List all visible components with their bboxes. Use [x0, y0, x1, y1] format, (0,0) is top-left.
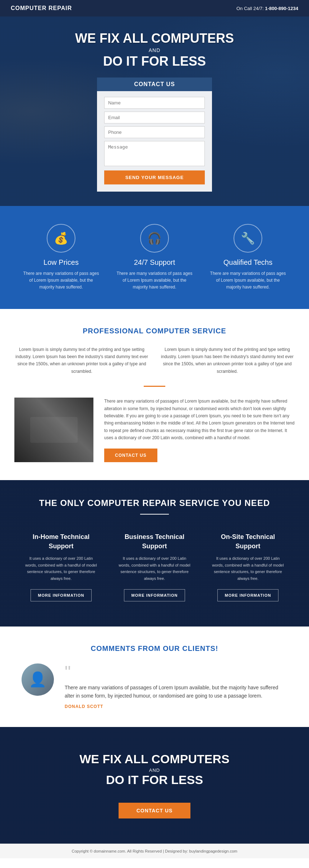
feature-title-2: Qualified Techs	[208, 258, 287, 267]
site-logo: COMPUTER REPAIR	[11, 5, 72, 11]
tech-icon: 🔧	[234, 224, 262, 253]
feature-desc-1: There are many variations of pass ages o…	[115, 270, 194, 291]
feature-desc-2: There are many variations of pass ages o…	[208, 270, 287, 291]
support-desc-0: It uses a dictionary of over 200 Latin w…	[25, 555, 97, 582]
feature-title-0: Low Prices	[22, 258, 101, 267]
pro-service-title: PROFESSIONAL COMPUTER SERVICE	[14, 327, 295, 335]
feature-low-prices: 💰 Low Prices There are many variations o…	[14, 224, 108, 291]
quote-mark: "	[65, 663, 287, 681]
feature-support: 🎧 24/7 Support There are many variations…	[108, 224, 201, 291]
name-input[interactable]	[104, 97, 205, 109]
hero-content: WE FIX ALL COMPUTERS AND DO IT FOR LESS …	[75, 31, 234, 192]
hero-title-line2: DO IT FOR LESS	[75, 54, 234, 69]
col2-text: Lorem Ipsum is simply dummy text of the …	[160, 346, 295, 375]
dark-divider	[140, 514, 169, 515]
phone-input[interactable]	[104, 126, 205, 138]
quote-text: There are many variations of passages of…	[65, 684, 287, 701]
money-icon: 💰	[47, 224, 75, 253]
more-info-button-1[interactable]: MORE INFORMATION	[124, 589, 185, 601]
service-body: There are many variations of passages of…	[104, 398, 295, 441]
contact-form-box: CONTACT US SEND YOUR MESSAGE	[97, 78, 212, 192]
support-item-0: In-Home Technical Support It uses a dict…	[14, 525, 108, 608]
send-button[interactable]: SEND YOUR MESSAGE	[104, 170, 205, 184]
support-title-1: Business Technical Support	[119, 532, 190, 550]
email-input[interactable]	[104, 112, 205, 123]
features-section: 💰 Low Prices There are many variations o…	[0, 206, 309, 309]
testimonials-title: COMMENTS FROM OUR CLIENTS!	[22, 644, 287, 653]
feature-techs: 🔧 Qualified Techs There are many variati…	[201, 224, 295, 291]
support-title-0: In-Home Technical Support	[25, 532, 97, 550]
more-info-button-2[interactable]: MORE INFORMATION	[217, 589, 279, 601]
feature-title-1: 24/7 Support	[115, 258, 194, 267]
message-input[interactable]	[104, 141, 205, 166]
testimonial-box: 👤 " There are many variations of passage…	[22, 663, 287, 709]
phone-number: 1-800-890-1234	[265, 6, 298, 11]
footer-text: Copyright © domainname.com. All Rights R…	[72, 849, 237, 853]
headset-icon: 🎧	[140, 224, 169, 253]
two-col-intro: Lorem Ipsum is simply dummy text of the …	[14, 346, 295, 375]
footer-hero-section: WE FIX ALL COMPUTERS AND DO IT FOR LESS …	[0, 727, 309, 844]
service-image	[14, 398, 93, 462]
hero-title-line1: WE FIX ALL COMPUTERS	[75, 31, 234, 46]
header: COMPUTER REPAIR On Call 24/7: 1-800-890-…	[0, 0, 309, 17]
contact-button[interactable]: CONTACT US	[104, 449, 157, 462]
support-title-2: On-Site Technical Support	[212, 532, 284, 550]
contact-form-title: CONTACT US	[97, 78, 212, 91]
dark-section: THE ONLY COMPUTER REPAIR SERVICE YOU NEE…	[0, 480, 309, 626]
support-grid: In-Home Technical Support It uses a dict…	[14, 525, 295, 608]
support-item-1: Business Technical Support It uses a dic…	[108, 525, 201, 608]
service-text: There are many variations of passages of…	[104, 398, 295, 462]
header-phone: On Call 24/7: 1-800-890-1234	[236, 6, 298, 11]
on-call-label: On Call 24/7:	[236, 6, 264, 11]
support-item-2: On-Site Technical Support It uses a dict…	[201, 525, 295, 608]
hero-section: WE FIX ALL COMPUTERS AND DO IT FOR LESS …	[0, 17, 309, 206]
footer: Copyright © domainname.com. All Rights R…	[0, 844, 309, 858]
footer-contact-button[interactable]: CONTACT US	[119, 803, 191, 818]
service-detail: There are many variations of passages of…	[14, 398, 295, 462]
support-desc-2: It uses a dictionary of over 200 Latin w…	[212, 555, 284, 582]
pro-service-section: PROFESSIONAL COMPUTER SERVICE Lorem Ipsu…	[0, 309, 309, 480]
hero-and: AND	[75, 47, 234, 53]
testimonials-section: COMMENTS FROM OUR CLIENTS! 👤 " There are…	[0, 627, 309, 727]
feature-desc-0: There are many variations of pass ages o…	[22, 270, 101, 291]
testimonial-content: " There are many variations of passages …	[65, 663, 287, 709]
orange-divider	[144, 386, 165, 387]
service-img-inner	[14, 398, 93, 462]
quote-author: DONALD SCOTT	[65, 704, 287, 709]
dark-section-title: THE ONLY COMPUTER REPAIR SERVICE YOU NEE…	[14, 498, 295, 508]
col1-text: Lorem Ipsum is simply dummy text of the …	[14, 346, 149, 375]
footer-hero-line2: DO IT FOR LESS	[14, 773, 295, 787]
support-desc-1: It uses a dictionary of over 200 Latin w…	[119, 555, 190, 582]
more-info-button-0[interactable]: MORE INFORMATION	[31, 589, 92, 601]
footer-hero-line1: WE FIX ALL COMPUTERS	[14, 752, 295, 766]
footer-hero-and: AND	[14, 768, 295, 773]
avatar: 👤	[22, 663, 54, 696]
